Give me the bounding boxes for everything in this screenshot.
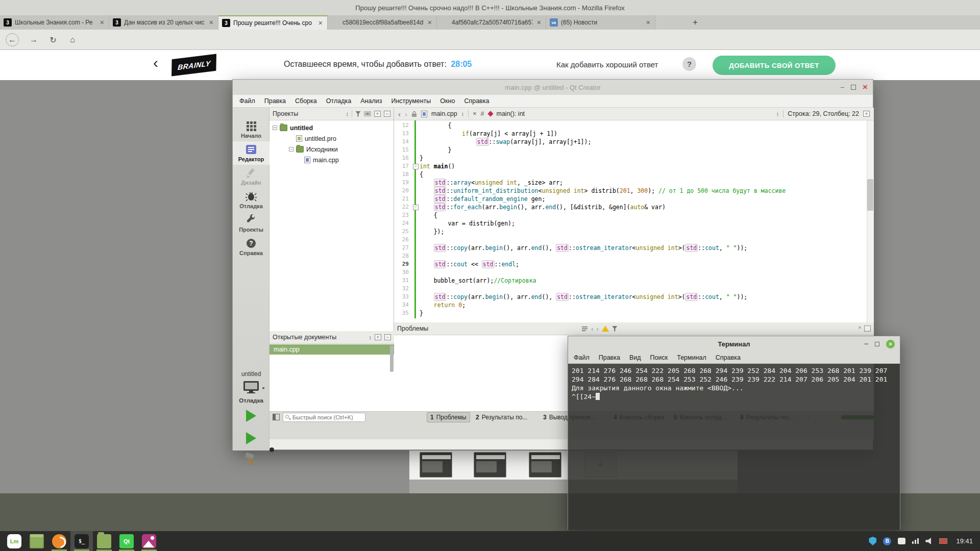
symbol-selector[interactable]: main(): int [497, 110, 525, 117]
document-selector[interactable]: main.cpp [431, 110, 457, 117]
reload-icon[interactable]: ↻ [46, 33, 60, 46]
tree-expander-icon[interactable]: − [273, 126, 277, 130]
browser-tab[interactable]: 3 Дан массив из 20 целых чис × [109, 15, 218, 30]
fold-marker-icon[interactable] [411, 195, 420, 203]
toggle-sidebar-icon[interactable] [273, 414, 280, 420]
fold-marker-icon[interactable] [411, 154, 420, 162]
question-mark-icon[interactable]: ? [682, 57, 696, 71]
fold-marker-icon[interactable] [411, 146, 420, 154]
project-tree-row[interactable]: − untitled [270, 122, 394, 133]
filter-icon[interactable] [355, 111, 361, 117]
menu-item[interactable]: Сборка [290, 97, 322, 105]
warning-filter-icon[interactable] [602, 325, 609, 332]
fold-marker-icon[interactable] [411, 211, 420, 219]
help-link[interactable]: Как добавить хороший ответ [556, 60, 658, 69]
fold-marker-icon[interactable] [411, 130, 420, 138]
fold-marker-icon[interactable] [411, 301, 420, 309]
project-tree-row[interactable]: − untitled.pro [270, 133, 394, 144]
qtcreator-titlebar[interactable]: main.cpp @ untitled - Qt Creator − × [233, 80, 873, 95]
taskbar-app-icon[interactable] [48, 531, 70, 551]
scrollbar-thumb[interactable] [390, 345, 394, 372]
menu-item[interactable]: Файл [569, 354, 594, 361]
fold-marker-icon[interactable] [411, 277, 420, 285]
fold-marker-icon[interactable] [411, 162, 420, 170]
close-pane-icon[interactable]: − [384, 334, 391, 340]
network-icon[interactable] [912, 538, 919, 544]
editor-back-icon[interactable]: ‹ [398, 110, 401, 118]
fold-marker-icon[interactable] [411, 252, 420, 260]
output-pane-button[interactable]: 2Результаты по... [473, 412, 530, 422]
fold-marker-icon[interactable] [411, 219, 420, 228]
browser-tab[interactable]: c580819ecc8f98a5afbee814d6bb × [328, 15, 437, 30]
sort-icon[interactable]: ↕ [346, 111, 349, 117]
taskbar-app-icon[interactable]: Qt [115, 531, 138, 551]
link-with-editor-icon[interactable] [364, 111, 371, 116]
mode-button[interactable]: Редактор [233, 141, 270, 165]
fold-marker-icon[interactable] [411, 179, 420, 187]
fold-marker-icon[interactable] [411, 170, 420, 179]
taskbar-app-icon[interactable] [93, 531, 115, 551]
forward-icon[interactable]: → [27, 33, 40, 46]
fold-marker-icon[interactable] [411, 244, 420, 252]
terminal-titlebar[interactable]: Терминал − × [568, 336, 900, 352]
close-document-icon[interactable]: × [473, 110, 476, 117]
code-editor[interactable]: 12 { 13 if(array[j] < array[j + 1]) 14 [394, 120, 874, 322]
prev-problem-icon[interactable]: ‹ [591, 325, 593, 333]
browser-tab[interactable]: 4af560afc72a50574f0716a65711 × [437, 15, 546, 30]
taskbar-app-icon[interactable] [138, 531, 160, 551]
project-tree-row[interactable]: − Исходники [270, 144, 394, 155]
fold-marker-icon[interactable] [411, 138, 420, 146]
terminal-output[interactable]: 201 214 276 246 254 222 205 268 268 294 … [568, 364, 900, 530]
locator-search-input[interactable] [283, 413, 365, 422]
debug-run-button[interactable] [246, 432, 256, 444]
open-document-item[interactable]: main.cpp [270, 344, 394, 355]
sort-icon[interactable]: ↕ [776, 111, 779, 117]
menu-item[interactable]: Правка [594, 354, 625, 361]
volume-icon[interactable] [925, 538, 933, 544]
fold-marker-icon[interactable] [411, 293, 420, 301]
tab-close-icon[interactable]: × [99, 18, 105, 27]
categories-icon[interactable] [581, 326, 588, 332]
browser-tab[interactable]: vk (65) Новости × [546, 15, 655, 30]
attachment-thumbnail[interactable] [420, 452, 452, 478]
fold-marker-icon[interactable] [411, 236, 420, 244]
tab-close-icon[interactable]: × [317, 19, 324, 27]
sort-icon[interactable]: ↕ [369, 334, 372, 340]
tab-close-icon[interactable]: × [427, 18, 433, 27]
menu-item[interactable]: Справка [711, 354, 745, 361]
menu-item[interactable]: Окно [435, 97, 459, 105]
menu-item[interactable]: Инструменты [386, 97, 435, 105]
tab-close-icon[interactable]: × [645, 18, 651, 27]
close-icon[interactable]: × [863, 82, 868, 92]
fold-marker-icon[interactable] [411, 268, 420, 277]
keyboard-layout-icon[interactable] [939, 538, 947, 544]
minimize-icon[interactable]: − [864, 340, 868, 348]
menu-item[interactable]: Вид [625, 354, 646, 361]
firefox-titlebar[interactable]: Прошу решите!!! Очень срочно надо!!! В С… [0, 0, 980, 15]
mode-button[interactable]: Дизайн [233, 165, 270, 188]
menu-item[interactable]: Правка [260, 97, 290, 105]
next-problem-icon[interactable]: › [596, 325, 598, 333]
menu-item[interactable]: Анализ [356, 97, 386, 105]
bluetooth-icon[interactable]: B [883, 537, 891, 545]
build-hammer-icon[interactable] [243, 453, 259, 466]
menu-item[interactable]: Файл [235, 97, 260, 105]
split-editor-icon[interactable]: + [863, 111, 870, 117]
fold-marker-icon[interactable] [411, 228, 420, 236]
brainly-back-chevron[interactable]: ‹ [153, 54, 158, 71]
editor-forward-icon[interactable]: › [405, 110, 407, 118]
close-icon[interactable]: × [886, 340, 895, 348]
add-answer-button[interactable]: ДОБАВИТЬ СВОЙ ОТВЕТ [713, 56, 836, 75]
filter-icon[interactable] [612, 326, 618, 332]
mode-button[interactable]: Отладка [233, 188, 270, 212]
output-pane-button[interactable]: 1Проблемы [427, 412, 470, 422]
menu-item[interactable]: Поиск [646, 354, 673, 361]
taskbar-app-icon[interactable]: Lm [3, 531, 26, 551]
sort-icon[interactable]: ↕ [461, 111, 464, 117]
tab-close-icon[interactable]: × [208, 18, 214, 27]
minimize-icon[interactable]: − [840, 83, 844, 91]
taskbar-app-icon[interactable] [26, 531, 48, 551]
update-shield-icon[interactable] [869, 537, 876, 545]
split-pane-icon[interactable]: + [374, 111, 381, 117]
fold-marker-icon[interactable] [411, 187, 420, 195]
